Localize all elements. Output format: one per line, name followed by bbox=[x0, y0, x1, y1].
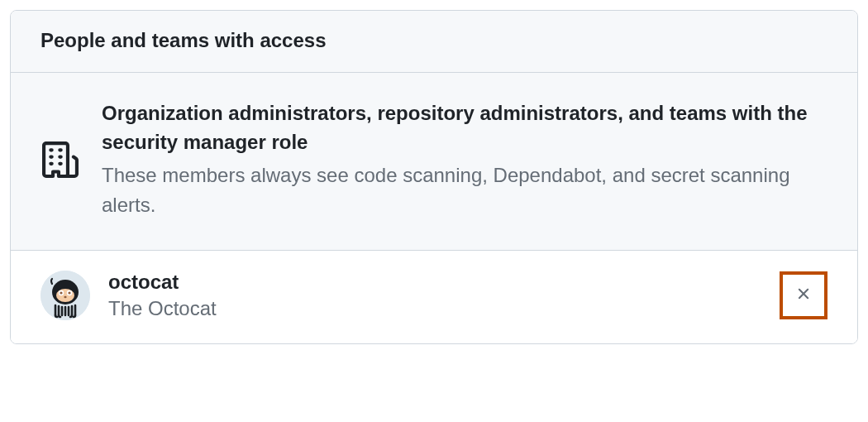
access-panel: People and teams with access Organizatio… bbox=[10, 10, 858, 344]
user-display-name: The Octocat bbox=[108, 295, 761, 323]
admin-info-text: Organization administrators, repository … bbox=[102, 99, 827, 220]
user-row: octocat The Octocat bbox=[11, 251, 857, 344]
user-username[interactable]: octocat bbox=[108, 269, 761, 295]
panel-title: People and teams with access bbox=[41, 29, 827, 52]
close-icon bbox=[794, 285, 813, 305]
svg-point-5 bbox=[60, 291, 62, 294]
svg-point-2 bbox=[56, 289, 74, 302]
avatar[interactable] bbox=[41, 271, 90, 320]
svg-point-6 bbox=[68, 291, 70, 294]
user-text: octocat The Octocat bbox=[108, 269, 761, 323]
svg-point-7 bbox=[64, 296, 66, 298]
admin-info-subtext: These members always see code scanning, … bbox=[102, 161, 827, 220]
panel-header: People and teams with access bbox=[11, 11, 857, 73]
remove-user-button[interactable] bbox=[780, 271, 827, 319]
admin-info-row: Organization administrators, repository … bbox=[11, 73, 857, 251]
organization-icon bbox=[41, 140, 80, 180]
admin-info-heading: Organization administrators, repository … bbox=[102, 99, 827, 157]
